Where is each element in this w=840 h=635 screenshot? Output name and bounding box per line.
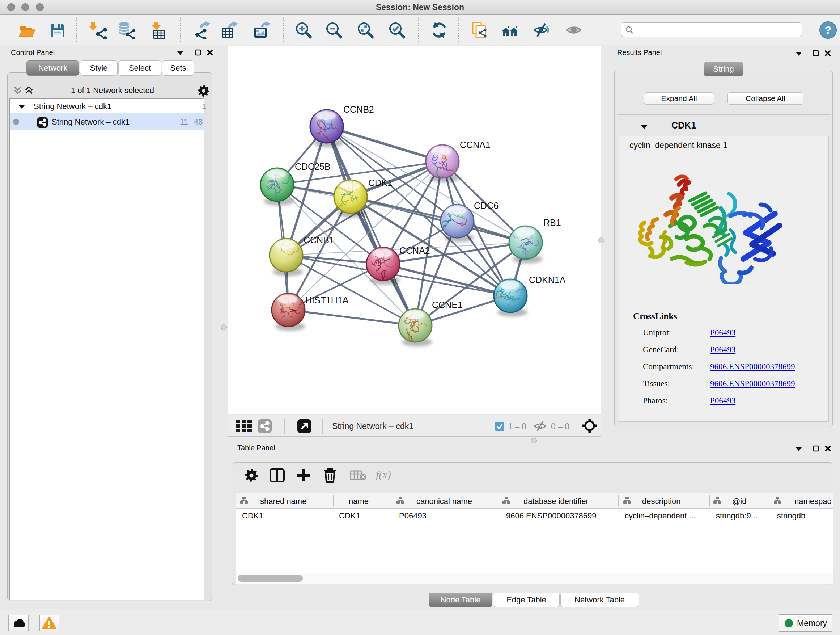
svg-text:CDK1: CDK1 — [368, 178, 393, 188]
svg-text:HIST1H1A: HIST1H1A — [305, 295, 349, 305]
svg-text:RB1: RB1 — [543, 218, 561, 228]
svg-text:CDC25B: CDC25B — [295, 162, 331, 172]
svg-text:CCNB2: CCNB2 — [343, 104, 374, 114]
svg-text:CCNB1: CCNB1 — [303, 235, 334, 245]
svg-text:CCNA2: CCNA2 — [399, 245, 430, 256]
svg-text:?: ? — [825, 24, 831, 36]
svg-text:CDC6: CDC6 — [474, 201, 499, 211]
svg-text:CCNE1: CCNE1 — [432, 300, 463, 310]
svg-text:CDKN1A: CDKN1A — [529, 275, 566, 285]
svg-text:CCNA1: CCNA1 — [460, 140, 491, 150]
